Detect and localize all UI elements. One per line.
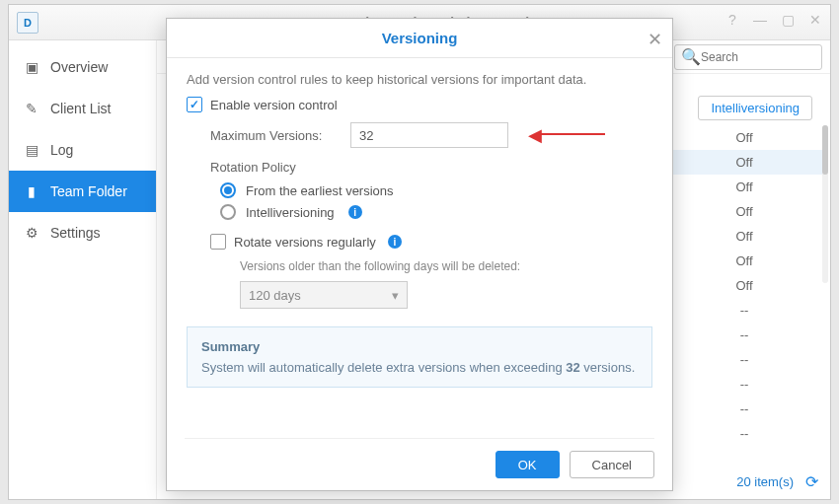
summary-box: Summary System will automatically delete… (187, 326, 652, 388)
older-than-description: Versions older than the following days w… (240, 259, 652, 273)
radio-earliest[interactable] (220, 182, 236, 198)
cancel-button[interactable]: Cancel (570, 451, 654, 478)
close-icon[interactable]: ✕ (648, 29, 662, 50)
versioning-dialog: Versioning ✕ Add version control rules t… (166, 18, 673, 491)
enable-version-control-label: Enable version control (210, 98, 338, 112)
max-versions-input[interactable] (350, 122, 508, 148)
ok-button[interactable]: OK (496, 451, 560, 478)
rotation-policy-label: Rotation Policy (210, 160, 652, 175)
radio-earliest-label: From the earliest versions (246, 183, 394, 198)
radio-intelliversioning[interactable] (220, 204, 236, 220)
days-select[interactable]: 120 days ▾ (240, 281, 408, 309)
dialog-description: Add version control rules to keep histor… (187, 72, 652, 87)
dialog-backdrop: Versioning ✕ Add version control rules t… (0, 0, 839, 504)
annotation-arrow: ◀ (528, 124, 542, 146)
enable-version-control-checkbox[interactable] (187, 97, 202, 112)
info-icon[interactable]: i (388, 235, 402, 249)
days-select-value: 120 days (249, 288, 301, 303)
dialog-title: Versioning (382, 30, 458, 46)
rotate-regularly-checkbox[interactable] (210, 234, 226, 250)
rotate-regularly-label: Rotate versions regularly (234, 235, 376, 250)
info-icon[interactable]: i (348, 205, 362, 219)
chevron-down-icon: ▾ (392, 288, 399, 303)
dialog-titlebar: Versioning ✕ (167, 19, 672, 58)
max-versions-label: Maximum Versions: (210, 128, 339, 143)
summary-title: Summary (201, 339, 638, 354)
radio-intelliversioning-label: Intelliversioning (246, 205, 335, 220)
summary-text: System will automatically delete extra v… (201, 360, 638, 375)
